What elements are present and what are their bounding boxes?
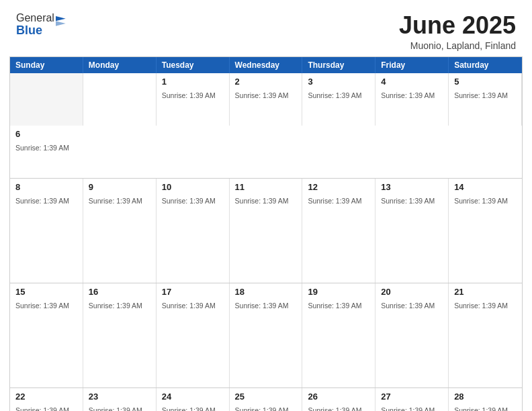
- sunrise-text: Sunrise: 1:39 AM: [381, 406, 435, 411]
- header-saturday: Saturday: [449, 57, 522, 73]
- calendar-cell-16: 16Sunrise: 1:39 AM: [83, 283, 157, 387]
- header-wednesday: Wednesday: [230, 57, 303, 73]
- svg-marker-0: [56, 16, 66, 21]
- calendar-header: Sunday Monday Tuesday Wednesday Thursday…: [10, 57, 522, 73]
- sunrise-text: Sunrise: 1:39 AM: [454, 197, 508, 205]
- day-number: 5: [454, 77, 516, 87]
- day-number: 9: [89, 182, 150, 192]
- day-number: 3: [308, 77, 369, 87]
- calendar-week-3: 15Sunrise: 1:39 AM16Sunrise: 1:39 AM17Su…: [10, 283, 522, 387]
- sunrise-text: Sunrise: 1:39 AM: [308, 197, 361, 205]
- header-sunday: Sunday: [10, 57, 83, 73]
- calendar-cell-2: 2Sunrise: 1:39 AM: [230, 73, 303, 126]
- sunrise-text: Sunrise: 1:39 AM: [89, 406, 142, 411]
- logo-general: General: [16, 12, 54, 24]
- calendar-cell-6: 6Sunrise: 1:39 AM: [10, 126, 83, 178]
- header: General Blue June 2025 Muonio, Lapland, …: [0, 0, 532, 56]
- calendar-cell-15: 15Sunrise: 1:39 AM: [10, 283, 83, 387]
- calendar-body: 1Sunrise: 1:39 AM2Sunrise: 1:39 AM3Sunri…: [10, 73, 522, 411]
- day-number: 11: [235, 182, 297, 192]
- sunrise-text: Sunrise: 1:39 AM: [162, 302, 216, 310]
- sunrise-text: Sunrise: 1:39 AM: [15, 197, 69, 205]
- calendar-cell-25: 25Sunrise: 1:39 AM: [230, 388, 303, 411]
- sunrise-text: Sunrise: 1:39 AM: [235, 302, 289, 310]
- calendar: Sunday Monday Tuesday Wednesday Thursday…: [9, 56, 523, 411]
- calendar-week-4: 22Sunrise: 1:39 AM23Sunrise: 1:39 AM24Su…: [10, 387, 522, 411]
- sunrise-text: Sunrise: 1:39 AM: [162, 406, 216, 411]
- header-friday: Friday: [375, 57, 449, 73]
- calendar-cell-26: 26Sunrise: 1:39 AM: [302, 388, 375, 411]
- day-number: 20: [381, 287, 443, 297]
- calendar-cell-20: 20Sunrise: 1:39 AM: [375, 283, 449, 387]
- sunrise-text: Sunrise: 1:39 AM: [89, 197, 142, 205]
- day-number: 14: [454, 182, 517, 192]
- sunrise-text: Sunrise: 1:39 AM: [15, 302, 69, 310]
- calendar-cell-3: 3Sunrise: 1:39 AM: [302, 73, 375, 126]
- day-number: 1: [162, 77, 224, 87]
- calendar-cell-28: 28Sunrise: 1:39 AM: [449, 388, 522, 411]
- calendar-cell-4: 4Sunrise: 1:39 AM: [375, 73, 449, 126]
- sunrise-text: Sunrise: 1:39 AM: [308, 302, 361, 310]
- sunrise-text: Sunrise: 1:39 AM: [454, 302, 508, 310]
- calendar-cell-21: 21Sunrise: 1:39 AM: [449, 283, 522, 387]
- sunrise-text: Sunrise: 1:39 AM: [235, 91, 289, 99]
- calendar-week-1: 1Sunrise: 1:39 AM2Sunrise: 1:39 AM3Sunri…: [10, 73, 522, 178]
- day-number: 13: [381, 182, 443, 192]
- calendar-cell-18: 18Sunrise: 1:39 AM: [230, 283, 303, 387]
- day-number: 24: [162, 392, 224, 402]
- sunrise-text: Sunrise: 1:39 AM: [381, 197, 435, 205]
- day-number: 22: [15, 392, 77, 402]
- day-number: 19: [308, 287, 369, 297]
- day-number: 12: [308, 182, 369, 192]
- logo-flag-icon: [56, 16, 71, 31]
- sunrise-text: Sunrise: 1:39 AM: [454, 406, 508, 411]
- header-tuesday: Tuesday: [157, 57, 230, 73]
- sunrise-text: Sunrise: 1:39 AM: [89, 302, 142, 310]
- sunrise-text: Sunrise: 1:39 AM: [15, 144, 69, 152]
- sunrise-text: Sunrise: 1:39 AM: [308, 91, 361, 99]
- calendar-cell-: [83, 73, 157, 126]
- calendar-cell-23: 23Sunrise: 1:39 AM: [83, 388, 157, 411]
- day-number: 26: [308, 392, 369, 402]
- calendar-cell-24: 24Sunrise: 1:39 AM: [157, 388, 230, 411]
- sunrise-text: Sunrise: 1:39 AM: [381, 302, 435, 310]
- sunrise-text: Sunrise: 1:39 AM: [308, 406, 361, 411]
- calendar-cell-5: 5Sunrise: 1:39 AM: [449, 73, 522, 126]
- day-number: 8: [15, 182, 77, 192]
- day-number: 6: [15, 129, 78, 139]
- logo-text: General Blue: [16, 12, 71, 37]
- calendar-cell-17: 17Sunrise: 1:39 AM: [157, 283, 230, 387]
- day-number: 17: [162, 287, 224, 297]
- sunrise-text: Sunrise: 1:39 AM: [162, 197, 216, 205]
- title-section: June 2025 Muonio, Lapland, Finland: [399, 12, 516, 51]
- day-number: 4: [381, 77, 443, 87]
- day-number: 15: [15, 287, 77, 297]
- day-number: 10: [162, 182, 224, 192]
- day-number: 21: [454, 287, 517, 297]
- calendar-week-2: 8Sunrise: 1:39 AM9Sunrise: 1:39 AM10Sunr…: [10, 178, 522, 283]
- calendar-cell-13: 13Sunrise: 1:39 AM: [375, 179, 449, 283]
- location: Muonio, Lapland, Finland: [399, 40, 516, 51]
- calendar-cell-22: 22Sunrise: 1:39 AM: [10, 388, 83, 411]
- logo: General Blue: [16, 12, 71, 37]
- day-number: 2: [235, 77, 297, 87]
- calendar-cell-1: 1Sunrise: 1:39 AM: [157, 73, 230, 126]
- calendar-cell-27: 27Sunrise: 1:39 AM: [375, 388, 449, 411]
- calendar-cell-12: 12Sunrise: 1:39 AM: [302, 179, 375, 283]
- svg-marker-1: [56, 21, 66, 26]
- page: General Blue June 2025 Muonio, Lapland, …: [0, 0, 532, 411]
- calendar-cell-8: 8Sunrise: 1:39 AM: [10, 179, 83, 283]
- header-thursday: Thursday: [302, 57, 375, 73]
- logo-blue: Blue: [16, 24, 42, 37]
- day-number: 28: [454, 392, 517, 402]
- sunrise-text: Sunrise: 1:39 AM: [454, 91, 508, 99]
- sunrise-text: Sunrise: 1:39 AM: [235, 406, 289, 411]
- month-title: June 2025: [399, 12, 516, 39]
- sunrise-text: Sunrise: 1:39 AM: [381, 91, 435, 99]
- calendar-cell-14: 14Sunrise: 1:39 AM: [449, 179, 522, 283]
- calendar-cell-empty: [10, 73, 83, 126]
- day-number: 23: [89, 392, 150, 402]
- day-number: 16: [89, 287, 150, 297]
- sunrise-text: Sunrise: 1:39 AM: [15, 406, 69, 411]
- calendar-cell-9: 9Sunrise: 1:39 AM: [83, 179, 157, 283]
